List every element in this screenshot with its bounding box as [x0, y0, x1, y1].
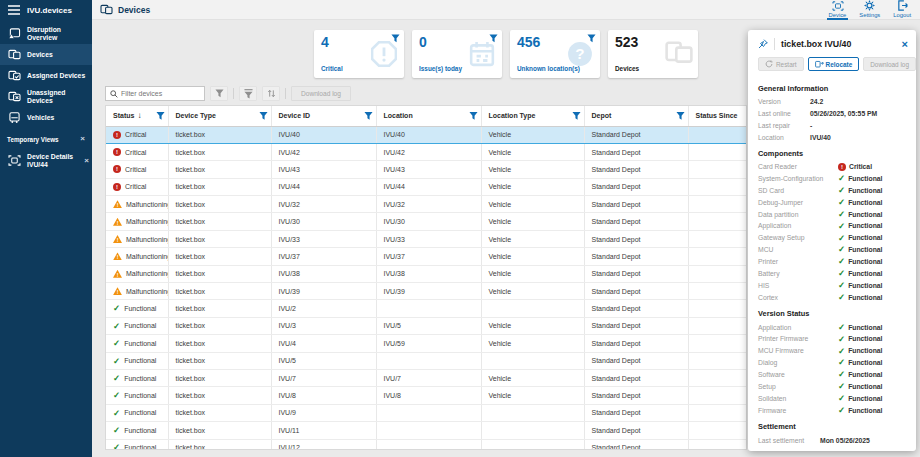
cell-value: Vehicle [489, 201, 512, 208]
table-row[interactable]: ✓Functionalticket.boxIVU/2Standard Depot [106, 300, 746, 317]
device-action-icon [832, 1, 843, 11]
status-since-cell [688, 404, 746, 421]
column-header-depot[interactable]: Depot [584, 106, 688, 126]
column-filter-icon[interactable] [259, 111, 268, 120]
location-cell: IVU/7 [376, 369, 481, 386]
component-status-row: System-Configuration✓Functional [748, 173, 916, 185]
table-row[interactable]: !Malfunctioningticket.boxIVU/32IVU/32Veh… [106, 196, 746, 213]
cell-value: Vehicle [489, 288, 512, 295]
depot-cell: Standard Depot [584, 387, 688, 404]
clear-filter-button[interactable] [239, 86, 257, 101]
close-icon[interactable]: × [84, 157, 89, 165]
column-header-device-type[interactable]: Device Type [168, 106, 271, 126]
status-since-cell [688, 422, 746, 439]
table-row[interactable]: ✓Functionalticket.boxIVU/5Standard Depot [106, 352, 746, 369]
component-label: Printer [758, 258, 838, 265]
table-row[interactable]: !Malfunctioningticket.boxIVU/39IVU/39Veh… [106, 283, 746, 300]
table-row[interactable]: !Criticalticket.boxIVU/44IVU/44VehicleSt… [106, 178, 746, 195]
table-row[interactable]: !Criticalticket.boxIVU/43IVU/43VehicleSt… [106, 161, 746, 178]
column-filter-icon[interactable] [364, 111, 373, 120]
column-header-device-id[interactable]: Device ID [271, 106, 376, 126]
cell-value: IVU/11 [279, 427, 300, 434]
table-row[interactable]: ✓Functionalticket.boxIVU/3IVU/5VehicleSt… [106, 317, 746, 334]
column-filter-icon[interactable] [156, 111, 165, 120]
column-filter-icon[interactable] [469, 111, 478, 120]
table-row[interactable]: !Malfunctioningticket.boxIVU/38IVU/38Veh… [106, 265, 746, 282]
sidebar-item-unassigned-devices[interactable]: Unassigned Devices [0, 86, 92, 107]
critical-status-icon: ! [113, 131, 121, 139]
cell-value: Standard Depot [592, 305, 641, 312]
sidebar-item-assigned-devices[interactable]: Assigned Devices [0, 65, 92, 86]
table-row[interactable]: !Malfunctioningticket.boxIVU/30IVU/30Veh… [106, 213, 746, 230]
critical-status-icon: ! [838, 163, 846, 171]
column-filter-icon[interactable] [572, 111, 581, 120]
filter-button[interactable] [210, 86, 228, 101]
cell-value: Vehicle [489, 270, 512, 277]
table-row[interactable]: !Malfunctioningticket.boxIVU/37IVU/37Veh… [106, 248, 746, 265]
summary-card-issue-s-today[interactable]: 0Issue(s) today [412, 30, 502, 78]
filter-funnel-icon[interactable] [587, 34, 595, 43]
critical-status-icon: ! [113, 165, 121, 173]
sort-button[interactable] [262, 86, 280, 101]
cell-value: Standard Depot [592, 340, 641, 347]
device-type-cell: ticket.box [168, 352, 271, 369]
component-status-row: Printer✓Functional [748, 256, 916, 268]
status-since-cell [688, 248, 746, 265]
table-row[interactable]: ✓Functionalticket.boxIVU/4IVU/59VehicleS… [106, 335, 746, 352]
topbar-action-settings[interactable]: Settings [857, 0, 882, 20]
device-id-cell: IVU/11 [271, 422, 376, 439]
functional-status-icon: ✓ [113, 426, 120, 435]
close-panel-icon[interactable]: × [902, 39, 908, 50]
device-details-icon [8, 155, 21, 166]
column-header-label: Status [113, 112, 134, 119]
relocate-button[interactable]: Relocate [808, 57, 860, 71]
sidebar-item-vehicles[interactable]: Vehicles [0, 107, 92, 128]
device-type-cell: ticket.box [168, 283, 271, 300]
devices-table-container: Status↓Device TypeDevice IDLocationLocat… [105, 105, 747, 450]
cell-value: Vehicle [489, 253, 512, 260]
table-row[interactable]: !Criticalticket.boxIVU/40IVU/40VehicleSt… [106, 126, 746, 143]
sidebar-item-disruption-overview[interactable]: Disruption Overview [0, 23, 92, 44]
column-header-status[interactable]: Status↓ [106, 106, 168, 126]
table-row[interactable]: ✓Functionalticket.boxIVU/8IVU/8VehicleSt… [106, 387, 746, 404]
device-id-cell: IVU/42 [271, 143, 376, 160]
filter-funnel-icon[interactable] [489, 34, 497, 43]
search-input[interactable] [121, 90, 200, 97]
status-cell: ✓Functional [106, 387, 168, 404]
table-row[interactable]: !Criticalticket.boxIVU/42IVU/42VehicleSt… [106, 143, 746, 160]
sidebar-item-device-details-ivu-44[interactable]: Device Details IVU/44× [0, 150, 92, 171]
column-header-location-type[interactable]: Location Type [481, 106, 584, 126]
topbar-action-logout[interactable]: Logout [891, 0, 913, 20]
status-since-cell [688, 143, 746, 160]
download-log-button[interactable]: Download log [291, 86, 351, 101]
column-header-status-since[interactable]: Status Since [688, 106, 746, 126]
summary-card-devices[interactable]: 523Devices [608, 30, 698, 78]
summary-card-critical[interactable]: 4Critical [314, 30, 404, 78]
summary-card-unknown-location-s[interactable]: 456Unknown location(s)? [510, 30, 600, 78]
topbar-action-device[interactable]: Device [827, 0, 849, 20]
pin-icon[interactable] [758, 39, 768, 49]
filter-funnel-icon[interactable] [391, 34, 399, 43]
table-row[interactable]: ✓Functionalticket.boxIVU/12Standard Depo… [106, 439, 746, 450]
location-type-cell: Vehicle [481, 126, 584, 143]
sidebar-item-devices[interactable]: Devices [0, 44, 92, 65]
close-icon[interactable]: × [80, 135, 85, 143]
status-label: Malfunctioning [126, 288, 168, 295]
component-label: Debug-Jumper [758, 199, 838, 206]
column-filter-icon[interactable] [676, 111, 685, 120]
status-indicator: !Malfunctioning [113, 287, 168, 295]
table-row[interactable]: !Malfunctioningticket.boxIVU/33IVU/33Veh… [106, 230, 746, 247]
table-row[interactable]: ✓Functionalticket.boxIVU/7IVU/7VehicleSt… [106, 369, 746, 386]
column-header-location[interactable]: Location [376, 106, 481, 126]
filter-devices-search[interactable] [105, 86, 205, 101]
sort-desc-icon: ↓ [137, 111, 141, 120]
hamburger-menu-icon[interactable] [8, 5, 20, 15]
location-type-cell: Vehicle [481, 161, 584, 178]
table-row[interactable]: ✓Functionalticket.boxIVU/11Standard Depo… [106, 422, 746, 439]
functional-status-icon: ✓ [113, 304, 120, 313]
cell-value: ticket.box [176, 375, 206, 382]
button-label: Download log [870, 61, 909, 68]
malfunctioning-status-icon: ! [113, 200, 122, 208]
table-row[interactable]: ✓Functionalticket.boxIVU/9Standard Depot [106, 404, 746, 421]
topbar-action-label: Logout [893, 12, 911, 18]
